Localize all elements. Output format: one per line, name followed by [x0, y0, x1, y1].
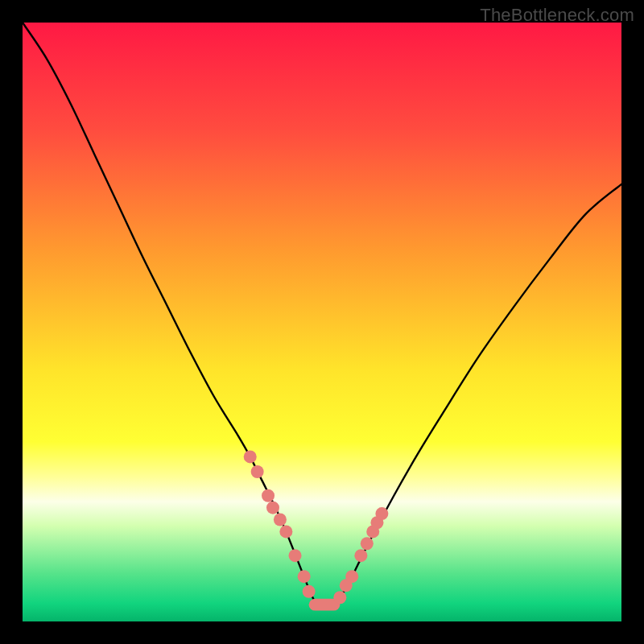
highlight-dot: [345, 570, 358, 583]
highlight-dot: [279, 525, 292, 538]
plot-background: [23, 23, 621, 621]
highlight-dot: [274, 514, 287, 526]
highlight-dot: [303, 585, 316, 598]
chart-stage: TheBottleneck.com: [0, 0, 644, 644]
highlight-dot: [262, 489, 275, 502]
highlight-dot: [361, 537, 374, 550]
highlight-dot: [375, 507, 388, 520]
highlight-dot: [333, 591, 346, 604]
highlight-dot: [289, 549, 302, 562]
highlight-dot: [354, 549, 367, 562]
highlight-dot: [251, 465, 264, 478]
highlight-dot: [244, 450, 257, 463]
highlight-dot: [298, 570, 311, 583]
highlight-dot: [266, 502, 279, 514]
watermark-text: TheBottleneck.com: [480, 5, 634, 26]
bottleneck-chart: [0, 0, 644, 644]
